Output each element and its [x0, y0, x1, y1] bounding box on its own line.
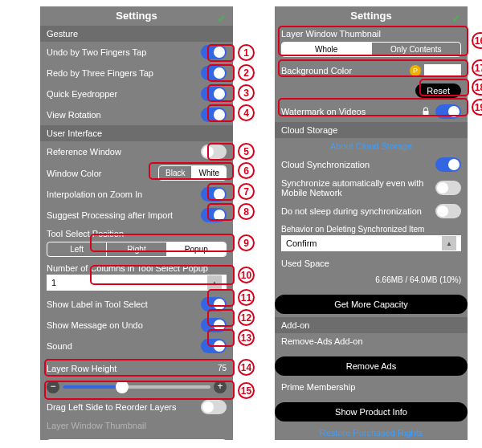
dropdown-caret-icon: ▲	[207, 275, 222, 290]
seg-popup[interactable]: Popup	[166, 242, 226, 256]
toggle-show-label[interactable]	[201, 297, 227, 312]
row-no-sleep: Do not sleep during synchronization	[275, 201, 468, 222]
select-popup-columns[interactable]: 1 ▲	[47, 275, 227, 291]
toggle-drag-reorder[interactable]	[201, 400, 227, 414]
panel-title: Settings	[116, 10, 157, 22]
toggle-sync-mobile[interactable]	[435, 181, 461, 195]
label-remove-ads: Remove-Ads Add-on	[281, 336, 461, 352]
toggle-no-sleep[interactable]	[435, 204, 461, 218]
callout-number-17: 17	[472, 59, 482, 76]
label-show-label: Show Label in Tool Select	[47, 299, 201, 309]
link-about-cloud[interactable]: About Cloud Storage	[275, 138, 468, 154]
row-interpolation: Interpolation on Zoom In	[40, 184, 233, 205]
get-capacity-button[interactable]: Get More Capacity	[275, 295, 468, 314]
row-drag-reorder: Drag Left Side to Reorder Layers	[40, 397, 233, 417]
seg-white[interactable]: White	[191, 166, 226, 180]
toggle-view-rotation[interactable]	[201, 108, 227, 122]
section-user-interface: User Interface	[40, 125, 233, 141]
callout-number-14: 14	[238, 359, 255, 376]
select-delete-behavior[interactable]: Confirm ▲	[281, 235, 461, 251]
slider-fill	[63, 385, 122, 389]
reset-button[interactable]: Reset	[415, 83, 461, 98]
swatch-background-color[interactable]	[424, 64, 461, 77]
row-remove-ads: Remove-Ads Add-on	[275, 333, 468, 353]
callout-number-12: 12	[238, 309, 255, 326]
row-used-space: Used Space	[275, 251, 468, 271]
label-interpolation: Interpolation on Zoom In	[47, 189, 201, 199]
toggle-sound[interactable]	[201, 339, 227, 353]
row-undo-two-fingers: Undo by Two Fingers Tap	[40, 42, 233, 63]
select-popup-columns-value: 1	[51, 278, 56, 287]
slider-layer-row-height[interactable]	[63, 385, 210, 389]
seg-contents[interactable]: Only Contents	[371, 43, 461, 56]
label-background-color: Background Color	[281, 66, 410, 75]
toggle-watermark[interactable]	[435, 104, 461, 119]
label-sync-mobile: Synchronize automatically even with Mobi…	[281, 178, 435, 198]
toggle-interpolation[interactable]	[201, 187, 227, 202]
callout-number-10: 10	[238, 267, 255, 283]
row-redo-three-fingers: Redo by Three Fingers Tap	[40, 63, 233, 83]
show-product-info-button[interactable]: Show Product Info	[275, 402, 468, 422]
row-thumbnail-mode-preview: Layer Window Thumbnail	[40, 417, 233, 438]
callout-number-18: 18	[472, 79, 482, 96]
slider-increase-button[interactable]: +	[214, 381, 227, 393]
row-prime: Prime Membership	[275, 379, 468, 399]
row-suggest-processing: Suggest Processing after Import	[40, 205, 233, 226]
row-background-color: Background Color P	[275, 60, 468, 80]
callout-number-7: 7	[238, 183, 255, 200]
label-reference-window: Reference Window	[47, 147, 201, 157]
segmented-tool-position[interactable]: Left Right Popup	[47, 242, 227, 257]
callout-number-9: 9	[238, 234, 255, 251]
label-view-rotation: View Rotation	[47, 110, 201, 120]
segmented-thumbnail-preview[interactable]: Whole Only Contents	[47, 439, 227, 440]
row-sound: Sound	[40, 336, 233, 356]
seg-right[interactable]: Right	[106, 242, 165, 256]
toggle-quick-eyedropper[interactable]	[201, 87, 227, 101]
segmented-window-color[interactable]: Black White	[158, 165, 227, 181]
callout-number-1: 1	[238, 44, 255, 61]
settings-panel-right: Settings ✓ Layer Window Thumbnail Whole …	[275, 6, 468, 440]
callout-number-2: 2	[238, 64, 255, 81]
seg-left[interactable]: Left	[47, 242, 106, 256]
row-watermark: Watermark on Videos	[275, 101, 468, 122]
toggle-redo-three-fingers[interactable]	[201, 66, 227, 80]
label-layer-row-height: Layer Row Height	[47, 364, 218, 373]
row-delete-behavior: Behavior on Deleting Synchronized Item C…	[275, 222, 468, 251]
toggle-show-message[interactable]	[201, 318, 227, 332]
select-delete-behavior-value: Confirm	[286, 238, 317, 248]
value-layer-row-height: 75	[218, 364, 227, 373]
confirm-icon-right[interactable]: ✓	[451, 9, 461, 28]
seg-whole[interactable]: Whole	[282, 43, 371, 56]
row-window-color: Window Color Black White	[40, 162, 233, 184]
label-show-message: Show Message on Undo	[47, 320, 201, 330]
toggle-reference-window[interactable]	[201, 145, 227, 159]
slider-decrease-button[interactable]: −	[47, 381, 59, 393]
section-addon: Add-on	[275, 317, 468, 333]
remove-ads-button[interactable]: Remove Ads	[275, 356, 468, 376]
panel-title-right: Settings	[350, 10, 391, 22]
value-used-space: 6.66MB / 64.0MB (10%)	[375, 275, 461, 284]
label-undo-two-fingers: Undo by Two Fingers Tap	[47, 47, 201, 57]
toggle-undo-two-fingers[interactable]	[201, 45, 227, 59]
label-used-space: Used Space	[281, 259, 461, 268]
label-thumbnail-mode-preview: Layer Window Thumbnail	[47, 421, 227, 433]
segmented-thumbnail[interactable]: Whole Only Contents	[281, 42, 461, 57]
toggle-suggest-processing[interactable]	[201, 208, 227, 222]
seg-black[interactable]: Black	[159, 166, 191, 180]
toggle-cloud-sync[interactable]	[435, 157, 461, 172]
label-popup-columns: Number of Columns in Tool Select Popup	[47, 263, 227, 273]
row-layer-row-height-slider: − +	[40, 377, 233, 397]
row-reset: Reset	[275, 80, 468, 101]
link-restore-purchases[interactable]: Restore Purchased Rights	[275, 425, 468, 440]
row-popup-columns: Number of Columns in Tool Select Popup 1…	[40, 260, 233, 294]
label-prime: Prime Membership	[281, 382, 461, 397]
callout-number-13: 13	[238, 329, 255, 346]
confirm-icon[interactable]: ✓	[217, 9, 227, 28]
slider-thumb[interactable]	[116, 381, 129, 393]
callout-number-3: 3	[238, 84, 255, 101]
row-cloud-sync: Cloud Synchronization	[275, 154, 468, 175]
label-redo-three-fingers: Redo by Three Fingers Tap	[47, 68, 201, 78]
dropdown-caret-icon-right: ▲	[442, 236, 456, 250]
row-tool-select-position: Tool Select Position Left Right Popup	[40, 226, 233, 260]
callout-number-11: 11	[238, 289, 255, 306]
